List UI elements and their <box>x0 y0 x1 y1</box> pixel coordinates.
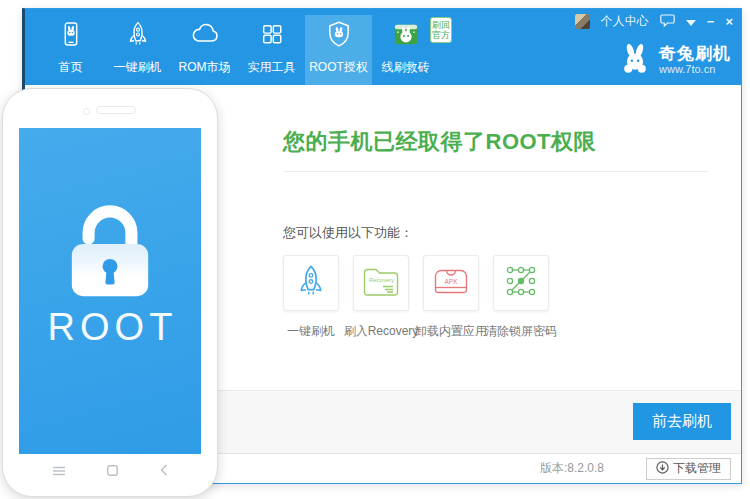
root-success-heading: 您的手机已经取得了ROOT权限 <box>283 129 709 155</box>
feature-label: 刷入Recovery <box>344 323 419 340</box>
divider <box>283 171 709 172</box>
feature-card[interactable] <box>493 255 549 311</box>
header: 个人中心 − × 首页 一键刷机 <box>25 9 741 85</box>
unlock-padlock-icon <box>54 190 166 302</box>
feature-flash-recovery[interactable]: Recovery 刷入Recovery <box>353 255 409 340</box>
main-content: 您的手机已经取得了ROOT权限 您可以使用以下功能： 一键刷机 Recovery <box>283 85 709 391</box>
nav-item-rom-market[interactable]: ROM市场 <box>171 15 238 85</box>
features-label: 您可以使用以下功能： <box>283 224 709 242</box>
titlebar: 个人中心 − × <box>575 13 733 30</box>
brand-logo: 奇兔刷机 www.7to.cn <box>617 41 731 79</box>
rocket-icon <box>293 262 329 304</box>
phone-nav-buttons <box>3 462 217 480</box>
brand-name: 奇兔刷机 <box>659 45 731 64</box>
menu-icon <box>53 462 65 480</box>
close-button[interactable]: × <box>725 15 733 28</box>
pattern-lock-icon <box>502 263 540 303</box>
home-square-icon <box>107 462 118 480</box>
official-flash-badge: 刷回官方 <box>430 17 452 43</box>
feature-uninstall-builtin[interactable]: APK 卸载内置应用 <box>423 255 479 340</box>
phone-mockup: ROOT <box>2 88 218 497</box>
main-nav: 首页 一键刷机 ROM市场 实用工具 <box>37 15 439 85</box>
recovery-icon-text: Recovery <box>369 277 394 283</box>
apk-box-icon: APK <box>431 263 471 303</box>
nav-label: 首页 <box>59 59 83 76</box>
avatar[interactable] <box>575 14 590 29</box>
feature-label: 卸载内置应用 <box>415 323 487 340</box>
feature-label: 清除锁屏密码 <box>485 323 557 340</box>
recovery-folder-icon: Recovery <box>361 263 401 303</box>
nav-label: ROM市场 <box>179 59 231 76</box>
download-manager-button[interactable]: 下载管理 <box>646 458 731 480</box>
nav-label: 线刷救砖 <box>382 59 430 76</box>
nav-item-one-key-flash[interactable]: 一键刷机 <box>104 15 171 85</box>
grid-icon <box>258 19 286 52</box>
phone-screen: ROOT <box>19 128 201 454</box>
nav-item-brick-rescue[interactable]: 线刷救砖 刷回官方 <box>372 15 439 85</box>
home-icon <box>57 19 85 52</box>
version-text: 版本:8.2.0.8 <box>540 460 604 477</box>
rescue-box-icon <box>391 19 421 52</box>
feature-card[interactable]: APK <box>423 255 479 311</box>
feature-one-key-flash[interactable]: 一键刷机 <box>283 255 339 340</box>
nav-item-tools[interactable]: 实用工具 <box>238 15 305 85</box>
nav-label: 实用工具 <box>248 59 296 76</box>
minimize-button[interactable]: − <box>707 15 715 28</box>
phone-speaker <box>96 106 136 114</box>
nav-item-root-auth[interactable]: ROOT授权 <box>305 15 372 85</box>
nav-label: 一键刷机 <box>114 59 162 76</box>
features-row: 一键刷机 Recovery 刷入Recovery APK 卸载内置应用 <box>283 255 709 340</box>
cloud-icon <box>190 19 220 52</box>
rocket-icon <box>124 19 152 52</box>
apk-icon-text: APK <box>444 278 458 285</box>
user-center-link[interactable]: 个人中心 <box>601 13 649 30</box>
nav-label: ROOT授权 <box>309 59 368 76</box>
feature-card[interactable] <box>283 255 339 311</box>
feature-label: 一键刷机 <box>287 323 335 340</box>
download-icon <box>656 461 669 477</box>
feedback-icon[interactable] <box>660 14 675 30</box>
dropdown-arrow-icon[interactable] <box>686 15 696 29</box>
shield-rabbit-icon <box>325 19 353 52</box>
phone-camera-dot <box>83 108 90 115</box>
feature-clear-lock-password[interactable]: 清除锁屏密码 <box>493 255 549 340</box>
download-label: 下载管理 <box>673 460 721 477</box>
feature-card[interactable]: Recovery <box>353 255 409 311</box>
brand-site: www.7to.cn <box>659 63 731 75</box>
go-flash-button[interactable]: 前去刷机 <box>633 403 731 440</box>
back-chevron-icon <box>160 462 168 480</box>
rabbit-logo-icon <box>617 41 653 79</box>
root-screen-text: ROOT <box>43 306 178 349</box>
nav-item-home[interactable]: 首页 <box>37 15 104 85</box>
